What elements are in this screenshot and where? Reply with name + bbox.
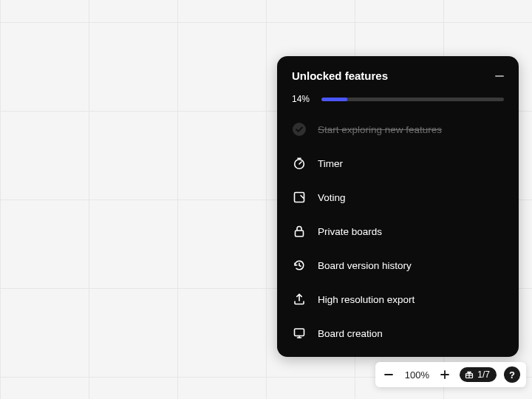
feature-item-version-history[interactable]: Board version history	[292, 258, 504, 273]
zoom-in-button[interactable]	[437, 367, 452, 382]
progress-percent-label: 14%	[292, 94, 313, 104]
svg-point-0	[293, 123, 306, 136]
feature-item-board-creation[interactable]: Board creation	[292, 326, 504, 341]
check-circle-icon	[292, 122, 307, 137]
feature-label: Start exploring new features	[318, 124, 442, 135]
help-button[interactable]: ?	[504, 366, 520, 383]
panel-header: Unlocked features	[292, 69, 504, 82]
feature-label: Voting	[318, 192, 346, 203]
feature-item-start-exploring[interactable]: Start exploring new features	[292, 122, 504, 137]
progress-counter-label: 1/7	[477, 369, 490, 380]
feature-label: Private boards	[318, 226, 382, 237]
svg-rect-4	[295, 329, 304, 336]
zoom-level-label[interactable]: 100%	[403, 369, 430, 381]
svg-rect-3	[296, 231, 304, 236]
feature-label: Board version history	[318, 260, 412, 271]
progress-row: 14%	[292, 94, 504, 104]
voting-icon	[292, 190, 307, 205]
progress-fill	[321, 98, 347, 101]
unlocked-features-panel: Unlocked features 14% Start exploring ne…	[277, 56, 519, 357]
zoom-toolbar: 100% 1/7 ?	[375, 362, 526, 387]
feature-label: Board creation	[318, 328, 383, 339]
gift-icon	[465, 370, 474, 379]
export-icon	[292, 292, 307, 307]
progress-track	[321, 98, 504, 101]
feature-item-timer[interactable]: Timer	[292, 156, 504, 171]
lock-icon	[292, 224, 307, 239]
progress-pill[interactable]: 1/7	[460, 367, 497, 382]
panel-title: Unlocked features	[292, 69, 388, 82]
feature-list: Start exploring new features Timer Votin…	[292, 122, 504, 345]
board-icon	[292, 326, 307, 341]
zoom-out-button[interactable]	[381, 367, 396, 382]
feature-item-voting[interactable]: Voting	[292, 190, 504, 205]
minimize-button[interactable]	[495, 75, 504, 77]
feature-label: Timer	[318, 158, 343, 169]
feature-item-high-res-export[interactable]: High resolution export	[292, 292, 504, 307]
timer-icon	[292, 156, 307, 171]
history-icon	[292, 258, 307, 273]
feature-item-private-boards[interactable]: Private boards	[292, 224, 504, 239]
feature-label: High resolution export	[318, 294, 415, 305]
